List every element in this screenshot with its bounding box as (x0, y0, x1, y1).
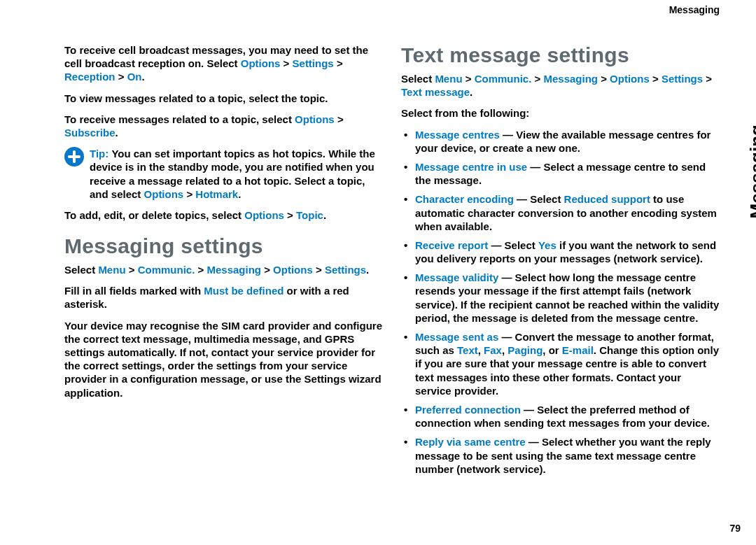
list-item: Message validity — Select how long the m… (401, 271, 720, 325)
heading-messaging-settings: Messaging settings (64, 234, 383, 257)
msgset-para-3: Your device may recognise the SIM card p… (64, 319, 383, 399)
page-number: 79 (729, 523, 741, 534)
manual-page: Messaging Messaging 79 To receive cell b… (0, 0, 756, 545)
body-columns: To receive cell broadcast messages, you … (64, 43, 720, 519)
list-item: Message centres — View the available mes… (401, 128, 720, 155)
side-tab: Messaging (727, 21, 749, 140)
plus-icon (64, 147, 84, 167)
list-item: Reply via same centre — Select whether y… (401, 435, 720, 476)
intro-para-1: To receive cell broadcast messages, you … (64, 43, 383, 84)
msgset-para-2: Fill in all fields marked with Must be d… (64, 284, 383, 311)
intro-para-3: To receive messages related to a topic, … (64, 113, 383, 139)
list-item: Preferred connection — Select the prefer… (401, 403, 720, 430)
tip-text: Tip: You can set important topics as hot… (90, 147, 383, 201)
side-tab-label: Messaging (746, 125, 756, 218)
list-item: Message sent as — Convert the message to… (401, 330, 720, 397)
txtset-intro: Select from the following: (401, 106, 720, 120)
heading-text-message-settings: Text message settings (401, 43, 720, 66)
txtset-path: Select Menu > Communic. > Messaging > Op… (401, 72, 720, 99)
txtset-options-list: Message centres — View the available mes… (401, 128, 720, 476)
tip-block: Tip: You can set important topics as hot… (64, 147, 383, 201)
intro-para-5: To add, edit, or delete topics, select O… (64, 208, 383, 222)
msgset-path: Select Menu > Communic. > Messaging > Op… (64, 263, 383, 276)
running-head: Messaging (669, 4, 720, 15)
intro-para-2: To view messages related to a topic, sel… (64, 92, 383, 105)
list-item: Character encoding — Select Reduced supp… (401, 192, 720, 233)
list-item: Message centre in use — Select a message… (401, 160, 720, 187)
list-item: Receive report — Select Yes if you want … (401, 239, 720, 265)
